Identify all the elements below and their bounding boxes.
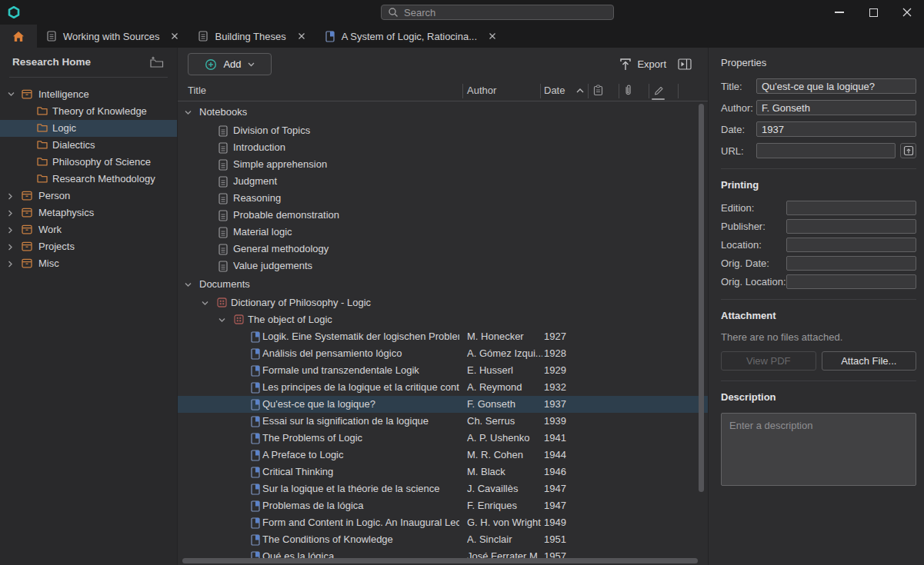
column-header-author[interactable]: Author — [467, 85, 496, 96]
row-date: 1947 — [544, 497, 566, 514]
chevron-right-icon[interactable] — [8, 244, 13, 251]
list-row[interactable]: Sur la logique et la théorie de la scien… — [178, 480, 708, 497]
list-row[interactable]: Análisis del pensamiento lógico A. Gómez… — [178, 345, 708, 362]
list-row[interactable]: Division of Topics — [178, 122, 708, 139]
notes-column-icon[interactable] — [593, 85, 603, 96]
sidebar-item[interactable]: Metaphysics — [0, 204, 177, 221]
horizontal-scrollbar[interactable] — [182, 558, 698, 563]
list-row[interactable]: Probable demonstration — [178, 207, 708, 224]
row-title: Sur la logique et la théorie de la scien… — [262, 480, 459, 497]
list-row[interactable]: The object of Logic — [178, 311, 708, 328]
list-row[interactable]: Logik. Eine Systematik der logischen Pro… — [178, 328, 708, 345]
list-row[interactable]: Essai sur la signification de la logique… — [178, 413, 708, 430]
export-icon — [619, 58, 632, 71]
sidebar-item[interactable]: Dialectics — [0, 137, 177, 154]
column-divider[interactable] — [588, 84, 589, 98]
list-row[interactable]: Material logic — [178, 224, 708, 241]
vertical-scrollbar[interactable] — [699, 104, 704, 492]
chevron-down-icon[interactable] — [202, 301, 208, 306]
tab-close-icon[interactable] — [298, 32, 305, 40]
orig-location-field[interactable] — [786, 274, 916, 289]
chevron-right-icon[interactable] — [8, 210, 13, 217]
row-title: Problemas de la lógica — [262, 497, 459, 514]
tab-close-icon[interactable] — [171, 32, 178, 40]
sidebar-item[interactable]: Theory of Knowledge — [0, 103, 177, 120]
list-row[interactable]: Reasoning — [178, 190, 708, 207]
list-row[interactable]: Dictionary of Philosophy - Logic — [178, 294, 708, 311]
list-row[interactable]: Judgment — [178, 173, 708, 190]
tab[interactable]: Working with Sources — [37, 25, 188, 48]
column-divider[interactable] — [678, 84, 679, 98]
minimize-button[interactable] — [822, 0, 856, 25]
list-row[interactable]: Formale und transzendentale Logik E. Hus… — [178, 362, 708, 379]
sidebar-item[interactable]: Person — [0, 188, 177, 204]
row-title: Material logic — [233, 224, 456, 241]
column-header-title[interactable]: Title — [188, 85, 206, 96]
list-row[interactable]: Simple apprehension — [178, 156, 708, 173]
item-list: Notebooks Division of Topics — [178, 102, 708, 565]
chevron-down-icon[interactable] — [185, 110, 192, 115]
view-pdf-button[interactable]: View PDF — [721, 351, 816, 371]
chevron-right-icon[interactable] — [8, 193, 13, 200]
book-icon — [251, 331, 260, 343]
list-row[interactable]: Notebooks — [178, 102, 708, 122]
search-input[interactable]: Search — [381, 5, 614, 20]
location-field[interactable] — [786, 238, 916, 252]
add-button[interactable]: Add — [188, 53, 272, 75]
list-row[interactable]: Les principes de la logique et la critiq… — [178, 379, 708, 396]
sidebar-item[interactable]: Research Methodology — [0, 171, 177, 188]
column-header-date[interactable]: Date — [544, 85, 565, 96]
attach-file-button[interactable]: Attach File... — [822, 351, 917, 371]
sidebar-item[interactable]: Work — [0, 221, 177, 238]
list-row[interactable]: Problemas de la lógica F. Enriques 1947 — [178, 497, 708, 514]
close-button[interactable] — [890, 0, 924, 25]
list-row[interactable]: The Problems of Logic A. P. Ushenko 1941 — [178, 430, 708, 447]
list-row[interactable]: Critical Thinking M. Black 1946 — [178, 464, 708, 480]
list-row[interactable]: Qu'est-ce que la logique? F. Gonseth 193… — [178, 396, 708, 413]
sidebar-item[interactable]: Misc — [0, 255, 177, 272]
new-collection-icon[interactable] — [149, 56, 164, 68]
description-field[interactable] — [721, 413, 916, 486]
sidebar-item[interactable]: Intelligence — [0, 86, 177, 103]
home-tab[interactable] — [0, 25, 37, 48]
sidebar-item[interactable]: Logic — [0, 120, 177, 137]
column-divider[interactable] — [462, 84, 463, 98]
sidebar-item[interactable]: Philosophy of Science — [0, 154, 177, 171]
column-divider[interactable] — [540, 84, 541, 98]
column-divider[interactable] — [649, 84, 649, 98]
title-field[interactable] — [756, 78, 916, 94]
chevron-down-icon[interactable] — [248, 62, 255, 67]
toggle-panel-button[interactable] — [678, 58, 692, 70]
maximize-button[interactable] — [856, 0, 890, 25]
list-row[interactable]: General methodology — [178, 241, 708, 258]
chevron-down-icon[interactable] — [8, 91, 15, 97]
chevron-down-icon[interactable] — [218, 317, 225, 323]
tab[interactable]: Building Theses — [188, 25, 315, 48]
chevron-right-icon[interactable] — [8, 261, 13, 268]
column-divider[interactable] — [619, 84, 619, 98]
tab-close-icon[interactable] — [489, 32, 496, 40]
list-row[interactable]: The Conditions of Knowledge A. Sinclair … — [178, 531, 708, 548]
list-row[interactable]: Introduction — [178, 139, 708, 156]
export-button[interactable]: Export — [619, 58, 666, 71]
chevron-right-icon[interactable] — [8, 227, 13, 234]
edition-field[interactable] — [786, 201, 916, 215]
orig-date-field[interactable] — [786, 256, 916, 271]
note-icon — [218, 193, 228, 204]
url-field[interactable] — [756, 143, 896, 158]
edit-column-icon[interactable] — [653, 85, 664, 95]
list-row[interactable]: Value judgements — [178, 258, 708, 274]
list-row[interactable]: A Preface to Logic M. R. Cohen 1944 — [178, 447, 708, 464]
sidebar-item[interactable]: Projects — [0, 238, 177, 255]
open-url-button[interactable] — [900, 143, 916, 158]
author-field[interactable] — [756, 100, 916, 115]
minimize-icon — [835, 12, 844, 13]
attachment-column-icon[interactable] — [624, 84, 632, 97]
date-field[interactable] — [756, 121, 916, 137]
list-row[interactable]: Documents — [178, 274, 708, 294]
publisher-field[interactable] — [786, 219, 916, 234]
tab[interactable]: A System of Logic, Ratiocina... — [315, 25, 506, 48]
list-row[interactable]: Form and Content in Logic. An Inaugural … — [178, 514, 708, 531]
chevron-down-icon[interactable] — [185, 282, 192, 287]
book-icon — [251, 348, 260, 360]
